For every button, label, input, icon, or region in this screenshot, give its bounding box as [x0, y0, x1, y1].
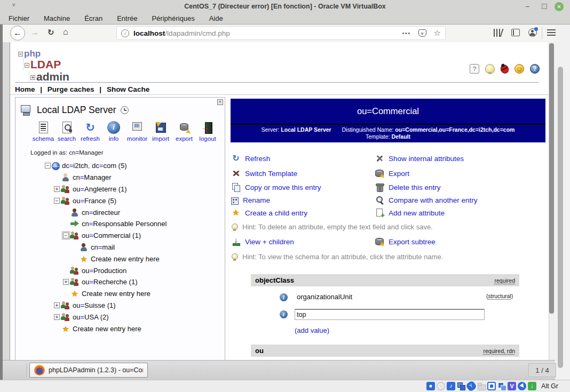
mouse-icon[interactable] — [518, 382, 526, 390]
expand-icon[interactable]: + — [54, 186, 60, 192]
objectclass-value-2-input[interactable] — [295, 309, 485, 320]
usb-icon[interactable]: Y — [465, 380, 477, 392]
bug-icon[interactable] — [499, 63, 510, 75]
action-link-export-subtree[interactable]: Export subtree — [389, 238, 436, 246]
bookmark-star-icon[interactable]: ☆ — [434, 28, 441, 38]
action-link-add-new-attribute[interactable]: Add new attribute — [389, 209, 445, 217]
tree-node[interactable]: cn=Responsable Personnel — [15, 218, 225, 230]
toolbar-search[interactable]: search — [55, 121, 78, 142]
nav-link-show-cache[interactable]: Show Cache — [107, 85, 149, 93]
library-icon[interactable] — [494, 29, 502, 37]
url-bar[interactable]: i localhost/ldapadmin/cmd.php ••• v ☆ — [116, 26, 446, 40]
account-icon[interactable] — [528, 28, 537, 37]
vm-menu-entree[interactable]: Entrée — [117, 14, 137, 22]
action-link-refresh[interactable]: Refresh — [245, 155, 270, 163]
windows-icon[interactable] — [497, 382, 506, 390]
tree-node[interactable]: −dc=i2tch, dc=com (5) — [15, 160, 225, 172]
toolbar-info[interactable]: iinfo — [102, 121, 125, 142]
restore-button[interactable] — [540, 2, 549, 11]
nav-link-home[interactable]: Home — [15, 85, 35, 93]
hard-disk-icon[interactable] — [426, 382, 435, 390]
action-link-show-internal-attributes[interactable]: Show internal attributes — [389, 155, 464, 163]
taskbar-window-button[interactable]: phpLDAPadmin (1.2.3) - ou=Comme... — [29, 363, 148, 378]
vm-menu-machine[interactable]: Machine — [44, 14, 70, 22]
tree-node-label[interactable]: ou=Recherche (1) — [82, 278, 138, 286]
action-link-view-children[interactable]: View + children — [245, 238, 294, 246]
tree-node[interactable]: −ou=Commercial (1) — [15, 230, 225, 242]
toolbar-schema[interactable]: schema — [31, 121, 55, 142]
tree-node-label[interactable]: cn=Manager — [73, 173, 112, 181]
shared-folder-icon[interactable] — [477, 382, 486, 390]
info-icon[interactable]: i — [280, 310, 288, 318]
tree-node-label[interactable]: Create new entry here — [73, 325, 141, 333]
expand-icon[interactable]: + — [63, 279, 69, 285]
tree-collapse-button[interactable]: + — [217, 99, 223, 105]
tree-node-label[interactable]: cn=Responsable Personnel — [82, 220, 167, 228]
help-icon[interactable]: ? — [530, 64, 540, 74]
tree-node[interactable]: +ou=Suisse (1) — [15, 300, 225, 311]
comment-icon[interactable]: ? — [470, 64, 479, 74]
reload-button[interactable]: ↻ — [48, 28, 54, 37]
attribute-name[interactable]: objectClass — [255, 276, 294, 284]
keyboard-icon[interactable]: ↓ — [528, 382, 536, 390]
collapse-icon[interactable]: − — [63, 233, 69, 238]
expand-icon[interactable]: + — [54, 302, 60, 308]
bulb-icon[interactable] — [485, 64, 495, 74]
toolbar-refresh[interactable]: ↻refresh — [78, 121, 102, 142]
browser-scrollbar-thumb[interactable] — [549, 43, 554, 314]
tree-node-label[interactable]: ou=Commercial (1) — [82, 231, 141, 239]
workspace-pager[interactable]: 1 / 4 — [528, 363, 556, 377]
tree-node[interactable]: ★Create new entry here — [15, 253, 225, 265]
audio-icon[interactable]: ♪ — [447, 382, 455, 390]
action-link-create-a-child-entry[interactable]: Create a child entry — [245, 209, 307, 217]
pocket-icon[interactable]: v — [418, 29, 426, 37]
toolbar-monitor[interactable]: monitor — [125, 121, 149, 142]
action-link-copy-or-move-this-entry[interactable]: Copy or move this entry — [245, 183, 321, 191]
tree-node[interactable]: cn=mail — [15, 242, 225, 253]
server-name[interactable]: Local LDAP Server — [37, 105, 116, 116]
tree-node[interactable]: cn=Manager — [15, 172, 225, 183]
tree-node[interactable]: cn=directeur — [15, 206, 225, 218]
vm-menu-aide[interactable]: Aide — [209, 14, 223, 22]
url-text[interactable]: localhost/ldapadmin/cmd.php — [133, 29, 402, 37]
tree-node[interactable]: −ou=France (5) — [15, 195, 225, 206]
structural-note[interactable]: (structural) — [486, 293, 513, 299]
sidebar-icon[interactable] — [511, 29, 520, 36]
tree-node-label[interactable]: cn=directeur — [82, 209, 120, 217]
toolbar-logout[interactable]: logout — [196, 121, 219, 142]
collapse-icon[interactable]: − — [45, 163, 51, 169]
server-header[interactable]: Local LDAP Server — [20, 105, 129, 116]
tree-node-label[interactable]: dc=i2tch, dc=com (5) — [62, 162, 127, 170]
tree-node[interactable]: +ou=Angleterre (1) — [15, 183, 225, 195]
network-icon[interactable] — [457, 382, 465, 390]
tree-node[interactable]: +ou=USA (2) — [15, 311, 225, 323]
tree-node[interactable]: ou=Production — [15, 265, 225, 276]
display-icon[interactable] — [487, 382, 496, 390]
tree-node-label[interactable]: ou=Production — [82, 267, 126, 275]
tree-node-label[interactable]: ou=USA (2) — [73, 313, 109, 321]
tree-node-label[interactable]: Create new entry here — [91, 255, 160, 263]
info-icon[interactable]: i — [280, 293, 288, 301]
tree-node-label[interactable]: cn=mail — [91, 243, 115, 251]
page-actions-icon[interactable]: ••• — [402, 30, 410, 36]
action-link-export[interactable]: Export — [389, 170, 409, 178]
objectclass-value-1[interactable]: organizationalUnit — [295, 292, 485, 302]
optical-disc-icon[interactable] — [437, 382, 445, 390]
tree-node[interactable]: ★Create new entry here — [15, 288, 225, 300]
attribute-name[interactable]: ou — [255, 347, 264, 355]
virtualbox-icon[interactable]: V — [508, 382, 516, 390]
nav-link-purge-caches[interactable]: Purge caches — [48, 85, 94, 93]
vm-menu-peripheriques[interactable]: Périphériques — [152, 14, 194, 22]
tree-node-label[interactable]: ou=France (5) — [73, 197, 116, 205]
home-button[interactable]: ⌂ — [63, 27, 68, 37]
vm-titlebar[interactable]: ∨ CentOS_7 (Directeur error) [En fonctio… — [0, 0, 570, 13]
tree-node-label[interactable]: Create new entry here — [82, 290, 151, 298]
vm-menu-fichier[interactable]: Fichier — [9, 14, 29, 22]
forward-button[interactable]: → — [30, 28, 39, 37]
tree-node[interactable]: +ou=Recherche (1) — [15, 276, 225, 288]
toolbar-import[interactable]: import — [149, 121, 172, 142]
site-info-icon[interactable]: i — [121, 29, 129, 37]
smiley-icon[interactable]: ☺ — [514, 64, 524, 74]
action-link-switch-template[interactable]: Switch Template — [245, 170, 297, 178]
menu-hamburger-icon[interactable] — [547, 29, 556, 36]
